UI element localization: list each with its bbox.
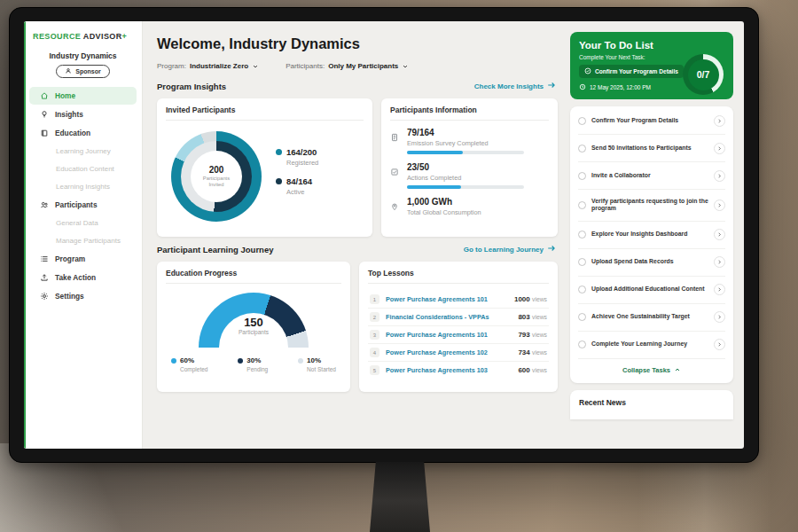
program-select-value: Industrialize Zero: [190, 62, 248, 70]
invited-participants-card: Invited Participants 200 Participants In…: [157, 98, 372, 237]
main-content: Welcome, Industry Dynamics Program: Indu…: [143, 21, 567, 449]
info-row-emission-survey-completed: 79/164Emission Survey Completed: [390, 128, 549, 154]
sidebar-item-education[interactable]: Education: [29, 124, 137, 142]
lesson-row: 3Power Purchase Agreements 101793 views: [368, 326, 549, 344]
sidebar: RESOURCE ADVISOR+ Industry Dynamics Spon…: [24, 21, 143, 449]
todo-progress-value: 0/7: [688, 59, 719, 90]
participants-select[interactable]: Participants: Only My Participants: [286, 62, 409, 70]
lesson-row: 4Power Purchase Agreements 102734 views: [368, 344, 549, 362]
logo-advisor: ADVISOR: [83, 32, 122, 41]
task-checkbox[interactable]: [578, 172, 586, 180]
lesson-rank: 3: [370, 330, 379, 340]
collapse-tasks-link[interactable]: Collapse Tasks: [578, 359, 725, 383]
program-select[interactable]: Program: Industrialize Zero: [157, 62, 259, 70]
sidebar-item-education-content[interactable]: Education Content: [29, 160, 137, 177]
sponsor-badge[interactable]: Sponsor: [56, 65, 109, 78]
legend-dot: [276, 149, 282, 155]
task-row-verify-participants-requesting-to-join-the-program[interactable]: Verify participants requesting to join t…: [578, 190, 725, 222]
sidebar-item-manage-participants[interactable]: Manage Participants: [29, 232, 137, 249]
program-icon: [40, 254, 49, 263]
info-label: Emission Survey Completed: [407, 139, 524, 147]
task-label: Complete Your Learning Journey: [591, 340, 708, 348]
todo-panel: Your To Do List Complete Your Next Task:…: [567, 21, 744, 449]
task-checkbox[interactable]: [578, 145, 586, 153]
sidebar-item-general-data[interactable]: General Data: [29, 215, 137, 231]
monitor-bezel: RESOURCE ADVISOR+ Industry Dynamics Spon…: [9, 7, 759, 463]
sidebar-item-take-action[interactable]: Take Action: [29, 269, 137, 286]
task-checkbox[interactable]: [578, 340, 586, 348]
task-checkbox[interactable]: [578, 231, 586, 239]
donut-center-value: 200: [209, 165, 224, 175]
chevron-right-icon[interactable]: [714, 311, 725, 323]
education-icon: [40, 129, 49, 137]
chevron-right-icon[interactable]: [714, 115, 725, 127]
lesson-rank: 5: [370, 365, 379, 375]
sidebar-item-participants[interactable]: Participants: [29, 196, 137, 214]
chevron-right-icon[interactable]: [714, 256, 725, 268]
task-row-explore-your-insights-dashboard[interactable]: Explore Your Insights Dashboard: [578, 222, 725, 249]
lesson-rank: 2: [370, 312, 379, 322]
lesson-link[interactable]: Power Purchase Agreements 102: [386, 348, 512, 356]
page-title: Welcome, Industry Dynamics: [157, 35, 558, 52]
chevron-right-icon[interactable]: [714, 229, 725, 240]
sidebar-item-settings[interactable]: Settings: [29, 287, 137, 305]
lesson-link[interactable]: Power Purchase Agreements 101: [386, 331, 512, 339]
task-checkbox[interactable]: [578, 258, 586, 266]
photo-background: RESOURCE ADVISOR+ Industry Dynamics Spon…: [0, 0, 798, 532]
progress-bar: [407, 185, 524, 189]
clock-icon: [579, 83, 586, 91]
lesson-link[interactable]: Power Purchase Agreements 101: [386, 295, 508, 303]
sidebar-item-home[interactable]: Home: [29, 87, 137, 105]
gauge-center-value: 150: [199, 316, 309, 329]
lesson-link[interactable]: Financial Considerations - VPPAs: [386, 313, 512, 321]
todo-title: Your To Do List: [579, 40, 724, 51]
sidebar-item-insights[interactable]: Insights: [29, 106, 137, 123]
education-progress-title: Education Progress: [166, 269, 341, 284]
lesson-link[interactable]: Power Purchase Agreements 103: [386, 366, 512, 374]
chevron-right-icon[interactable]: [714, 143, 725, 154]
legend-value: 10%: [307, 356, 321, 364]
gauge-legend-item-completed: 60%Completed: [171, 356, 207, 372]
info-label: Total Global Consumption: [407, 208, 481, 216]
next-task-pill[interactable]: Confirm Your Program Details: [579, 65, 684, 78]
legend-label: Not Started: [307, 366, 336, 372]
task-row-invite-a-collaborator[interactable]: Invite a Collaborator: [578, 162, 725, 190]
chevron-right-icon[interactable]: [714, 339, 725, 350]
logo-plus: +: [122, 32, 128, 41]
sidebar-item-learning-journey[interactable]: Learning Journey: [29, 143, 137, 160]
task-checkbox[interactable]: [578, 286, 586, 293]
logo-resource: RESOURCE: [33, 32, 81, 41]
participants-icon: [40, 200, 49, 209]
lesson-row: 1Power Purchase Agreements 1011000 views: [368, 291, 549, 309]
check-more-insights-link[interactable]: Check More Insights: [474, 81, 556, 91]
sidebar-nav: HomeInsightsEducationLearning JourneyEdu…: [24, 87, 142, 305]
task-checkbox[interactable]: [578, 117, 586, 125]
location-icon: [390, 197, 400, 220]
legend-value: 84/164: [286, 176, 312, 186]
sidebar-item-program[interactable]: Program: [29, 250, 137, 268]
chevron-right-icon[interactable]: [714, 200, 725, 211]
task-row-upload-spend-data-records[interactable]: Upload Spend Data Records: [578, 249, 725, 277]
task-label: Send 50 Invitations to Participants: [591, 145, 708, 153]
sidebar-item-label: Learning Insights: [56, 183, 110, 191]
task-row-complete-your-learning-journey[interactable]: Complete Your Learning Journey: [578, 332, 725, 359]
chevron-right-icon[interactable]: [714, 170, 725, 182]
lesson-views: 600 views: [518, 366, 547, 374]
legend-dot: [171, 358, 176, 364]
todo-summary-card: Your To Do List Complete Your Next Task:…: [570, 32, 733, 99]
go-to-learning-journey-link[interactable]: Go to Learning Journey: [464, 244, 556, 254]
legend-item-active: 84/164Active: [276, 176, 318, 196]
legend-dot: [298, 358, 303, 364]
sidebar-item-learning-insights[interactable]: Learning Insights: [29, 178, 137, 195]
org-name: Industry Dynamics: [27, 51, 138, 60]
task-row-upload-additional-educational-content[interactable]: Upload Additional Educational Content: [578, 277, 725, 304]
donut-legend: 164/200Registered84/164Active: [276, 147, 318, 206]
task-checkbox[interactable]: [578, 313, 586, 321]
task-checkbox[interactable]: [578, 201, 586, 209]
task-row-confirm-your-program-details[interactable]: Confirm Your Program Details: [578, 107, 725, 135]
info-label: Actions Completed: [407, 174, 524, 182]
task-row-send-50-invitations-to-participants[interactable]: Send 50 Invitations to Participants: [578, 135, 725, 162]
invited-donut-chart: 200 Participants Invited: [171, 131, 262, 222]
chevron-right-icon[interactable]: [714, 284, 725, 295]
task-row-achieve-one-sustainability-target[interactable]: Achieve One Sustainability Target: [578, 304, 725, 332]
